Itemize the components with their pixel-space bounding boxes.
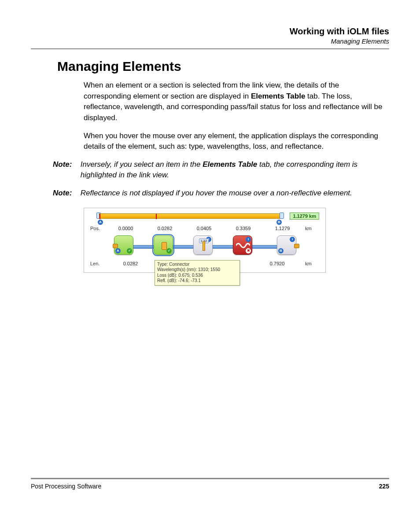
pos-value: 0.0282: [145, 226, 184, 231]
endpoint-b-icon: B: [278, 248, 284, 253]
pos-value: 0.0000: [106, 226, 145, 231]
header-title: Working with iOLM files: [31, 26, 389, 37]
page-header: Working with iOLM files Managing Element…: [31, 26, 389, 49]
note1-elements-table-term: Elements Table: [203, 160, 257, 169]
footer-page-number: 225: [379, 483, 389, 490]
pos-value: 1.1279: [263, 226, 302, 231]
header-subtitle: Managing Elements: [31, 37, 389, 45]
element-macrobend-fail[interactable]: i ✖: [233, 235, 252, 255]
linkview-screenshot: 1.1279 km A B Pos. 0.0000 0.0282 0.0405 …: [84, 208, 326, 273]
paragraph-1: When an element or a section is selected…: [84, 80, 385, 124]
body-text: When an element or a section is selected…: [84, 80, 385, 152]
tooltip-type: Type: Connector: [157, 262, 237, 268]
footer-product: Post Processing Software: [31, 483, 101, 490]
endpoint-a-icon: A: [115, 248, 121, 253]
len-value: 0.0282: [106, 261, 155, 266]
note-1-text: Inversely, if you select an item in the …: [81, 159, 380, 181]
status-pass-icon: ✓: [127, 248, 132, 253]
total-length-badge: 1.1279 km: [290, 213, 319, 220]
endpoint-a-icon: A: [98, 220, 103, 225]
status-pass-icon: ✓: [166, 248, 172, 253]
ruler-bar[interactable]: [99, 213, 280, 219]
splitter-icon: 1:32: [198, 240, 209, 251]
splice-icon: [162, 242, 167, 250]
section-heading: Managing Elements: [57, 59, 389, 74]
elements-row: A ✓ ✓ i 1:32 i ✖: [106, 233, 305, 260]
paragraph-2: When you hover the mouse over any elemen…: [84, 131, 385, 152]
ruler-marker: [156, 214, 157, 219]
info-icon: i: [290, 237, 295, 242]
pos-value: 0.3359: [224, 226, 263, 231]
overview-ruler: 1.1279 km A B: [90, 213, 319, 224]
page-footer: Post Processing Software 225: [31, 478, 389, 490]
pos-label: Pos.: [90, 226, 106, 231]
element-splice-selected[interactable]: ✓: [154, 235, 173, 255]
pos-unit: km: [305, 226, 318, 231]
pos-value: 0.0405: [184, 226, 224, 231]
ruler-marker: [99, 214, 100, 219]
status-fail-icon: ✖: [246, 248, 251, 253]
note-1: Note: Inversely, if you select an item i…: [53, 159, 385, 181]
note-2: Note: Reflectance is not displayed if yo…: [53, 188, 385, 199]
len-unit: km: [305, 261, 318, 266]
p1-elements-table-term: Elements Table: [251, 92, 305, 100]
note-label: Note:: [53, 159, 78, 170]
info-icon: i: [246, 237, 251, 242]
element-splitter[interactable]: i 1:32: [193, 235, 213, 255]
connector-pin-icon: [113, 244, 118, 248]
macrobend-icon: [236, 243, 250, 248]
element-connector-b[interactable]: i B: [277, 235, 296, 255]
note1-part-a: Inversely, if you select an item in the: [81, 160, 203, 169]
position-row: Pos. 0.0000 0.0282 0.0405 0.3359 1.1279 …: [90, 226, 319, 231]
endpoint-b-icon: B: [276, 220, 282, 225]
footer-rule: [31, 478, 389, 479]
note-label: Note:: [53, 188, 78, 199]
connector-pin-icon: [294, 244, 299, 248]
tooltip-refl: Refl. (dB): -74.6; -73.1: [157, 278, 237, 284]
element-connector-a[interactable]: A ✓: [114, 235, 133, 255]
note-2-text: Reflectance is not displayed if you hove…: [81, 188, 380, 199]
position-values: 0.0000 0.0282 0.0405 0.3359 1.1279: [106, 226, 302, 231]
len-label: Len.: [90, 261, 106, 266]
tooltip-wavelength: Wavelength(s) (nm): 1310; 1550: [157, 267, 237, 273]
tooltip-loss: Loss (dB): 0.675; 0.536: [157, 273, 237, 279]
element-tooltip: Type: Connector Wavelength(s) (nm): 1310…: [155, 260, 240, 286]
ruler-handle-right[interactable]: [280, 213, 284, 219]
len-value: 0.7920: [253, 261, 302, 266]
header-rule: [31, 48, 389, 49]
